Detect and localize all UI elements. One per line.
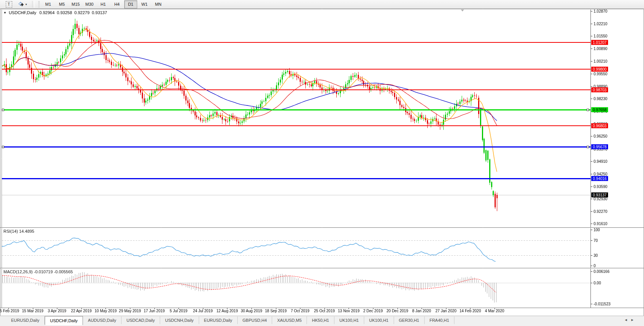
price-tick-label: 0.94250 (594, 172, 607, 176)
top-toolbar: T ▼ M1M5M15M30H1H4D1W1MN (0, 0, 644, 9)
timeframe-button-m30[interactable]: M30 (83, 0, 96, 8)
date-tick-label: 7 Oct 2019 (291, 309, 310, 313)
ohlc-close: 0.93137 (92, 10, 107, 15)
symbol-tab-5[interactable]: EURUSD,Daily (199, 316, 238, 324)
date-tick-label: 12 Aug 2019 (216, 309, 238, 313)
arrows-icon (18, 2, 24, 7)
date-tick-label: 24 Jul 2019 (193, 309, 213, 313)
date-tick-label: 2 Dec 2019 (363, 309, 383, 313)
tab-scroll-arrows[interactable]: ◄► (624, 318, 637, 322)
date-tick-label: 3 Apr 2019 (48, 309, 66, 313)
price-tick-label: 1.00210 (594, 59, 607, 63)
toolbar-separator (32, 1, 35, 8)
rsi-tick-label: 0 (594, 264, 596, 268)
price-tick-label: 0.91610 (594, 222, 607, 226)
timeframe-button-h1[interactable]: H1 (97, 0, 110, 8)
symbol-tab-1[interactable]: USDCHF,Daily (45, 316, 83, 325)
price-tick-label: 0.94910 (594, 159, 607, 164)
date-tick-label: 27 Jan 2020 (435, 309, 456, 313)
tab-scroll-left-icon[interactable]: ◄ (624, 318, 631, 322)
symbol-tabbar: EURUSD,DailyUSDCHF,DailyAUDUSD,DailyUSDC… (0, 316, 644, 326)
collapse-triangle-icon: ▼ (3, 11, 6, 15)
timeframe-button-d1[interactable]: D1 (124, 0, 137, 8)
date-tick-label: 10 May 2019 (94, 309, 117, 313)
date-tick-label: 25 Oct 2019 (314, 309, 335, 313)
date-tick-label: 22 Apr 2019 (71, 309, 92, 313)
symbol-tab-4[interactable]: USDCNH,Daily (160, 316, 199, 324)
ohlc-high: 0.93258 (57, 10, 72, 15)
date-tick-label: 20 Dec 2019 (386, 309, 408, 313)
text-tool-icon: T (6, 1, 12, 8)
date-tick-label: 17 Jun 2019 (144, 309, 165, 313)
symbol-tab-6[interactable]: GBPUSD,H4 (238, 316, 273, 324)
price-level-badge: 0.96803 (591, 123, 608, 128)
price-level-badge: 0.93137 (591, 192, 608, 197)
price-tick-label: 0.92270 (594, 209, 607, 213)
symbol-tab-9[interactable]: UK100,H1 (334, 316, 364, 324)
date-tick-label: 8 Jan 2020 (412, 309, 431, 313)
price-tick-label: 0.96250 (594, 134, 607, 138)
date-tick-label: 30 Aug 2019 (241, 309, 262, 313)
price-level-badge: 0.97658 (591, 107, 608, 112)
symbol-tab-0[interactable]: EURUSD,Daily (6, 316, 45, 324)
price-level-badge: 0.98703 (591, 87, 608, 92)
ohlc-open: 0.92964 (39, 10, 55, 15)
symbol-tab-10[interactable]: UK100,H1 (364, 316, 394, 324)
symbol-tab-7[interactable]: XAUUSD,M5 (272, 316, 307, 324)
date-tick-label: 13 Nov 2019 (338, 309, 360, 313)
chart-title: ▼ USDCHF,Daily 0.92964 0.93258 0.92279 0… (3, 10, 107, 15)
price-tick-label: 1.00890 (594, 46, 607, 50)
symbol-period-label: USDCHF,Daily (9, 10, 36, 15)
price-level-badge: 1.01207 (591, 40, 608, 45)
rsi-tick-label: 100 (594, 228, 600, 232)
rsi-tick-label: 30 (594, 253, 598, 257)
date-tick-label: 4 Mar 2020 (485, 309, 504, 313)
macd-label: MACD(12,26,9) -0.010719 -0.005565 (3, 269, 73, 274)
date-tick-label: 25 Feb 2019 (0, 309, 19, 313)
price-level-badge: 0.99800 (591, 66, 608, 71)
price-level-badge: 0.94016 (591, 176, 608, 181)
toolbar-grip (38, 1, 40, 7)
timeframe-group: M1M5M15M30H1H4D1W1MN (42, 0, 165, 8)
price-tick-label: 0.98230 (594, 97, 607, 101)
symbol-tab-12[interactable]: FRA40,H1 (425, 316, 454, 324)
macd-tick-label: 0.006166 (594, 269, 610, 273)
mt4-window: T ▼ M1M5M15M30H1H4D1W1MN ▼ USDCHF,Daily … (0, 0, 644, 326)
date-tick-label: 14 Feb 2020 (459, 309, 481, 313)
timeframe-button-m5[interactable]: M5 (55, 0, 68, 8)
text-tool-button[interactable]: T (2, 0, 15, 8)
date-tick-label: 15 Mar 2019 (22, 309, 44, 313)
date-tick-label: 18 Sep 2019 (265, 309, 287, 313)
timeframe-button-m15[interactable]: M15 (69, 0, 82, 8)
macd-tick-label: 0.00 (594, 281, 601, 285)
symbol-tab-3[interactable]: USDCAD,Daily (122, 316, 160, 324)
macd-tick-label: -0.011523 (594, 302, 610, 306)
timeframe-button-w1[interactable]: W1 (138, 0, 151, 8)
symbol-tab-11[interactable]: GER30,H1 (394, 316, 425, 324)
price-tick-label: 1.02870 (594, 9, 607, 13)
price-tick-label: 0.93590 (594, 184, 607, 188)
price-level-badge: 0.95678 (591, 144, 608, 149)
timeframe-button-m1[interactable]: M1 (42, 0, 55, 8)
ohlc-low: 0.92279 (75, 10, 90, 15)
date-tick-label: 29 May 2019 (119, 309, 141, 313)
price-tick-label: 0.99550 (594, 72, 607, 76)
date-tick-label: 5 Jul 2019 (170, 309, 187, 313)
symbol-tab-2[interactable]: AUDUSD,Daily (83, 316, 122, 324)
timeframe-button-h4[interactable]: H4 (110, 0, 123, 8)
chart-canvas[interactable] (0, 0, 644, 326)
chevron-down-icon: ▼ (25, 3, 28, 6)
rsi-label: RSI(14) 14.4895 (3, 229, 34, 234)
tab-scroll-right-icon[interactable]: ► (631, 318, 637, 322)
price-tick-label: 1.01550 (594, 34, 607, 38)
tab-items: EURUSD,DailyUSDCHF,DailyAUDUSD,DailyUSDC… (6, 316, 454, 325)
symbol-tab-8[interactable]: HK50,H1 (307, 316, 334, 324)
timeframe-button-mn[interactable]: MN (152, 0, 165, 8)
cursor-mode-button[interactable]: ▼ (16, 0, 30, 8)
rsi-tick-label: 70 (594, 238, 598, 243)
price-tick-label: 1.02210 (594, 21, 607, 26)
